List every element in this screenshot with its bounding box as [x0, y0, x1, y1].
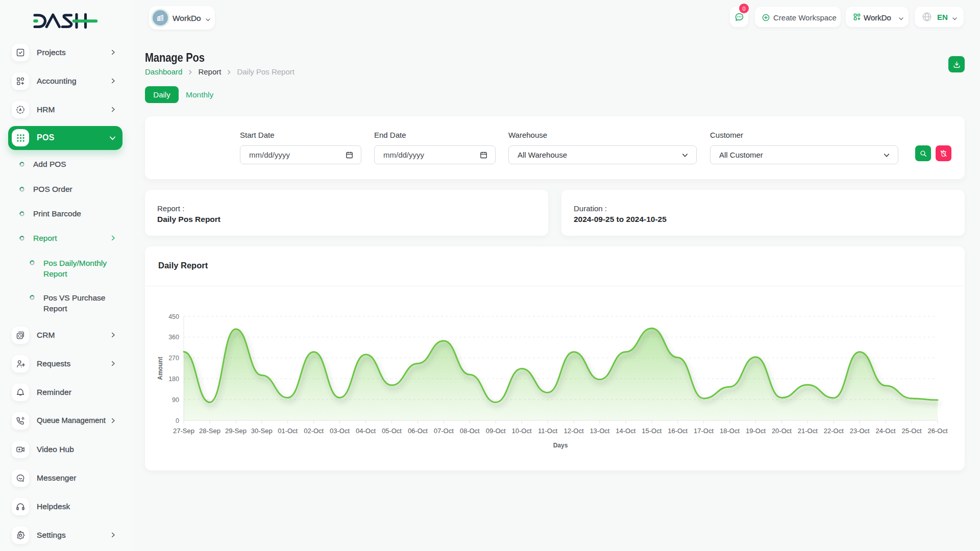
svg-text:03-Oct: 03-Oct [330, 427, 350, 435]
svg-text:01-Oct: 01-Oct [278, 427, 298, 435]
svg-text:20-Oct: 20-Oct [772, 427, 792, 435]
svg-text:22-Oct: 22-Oct [824, 427, 844, 435]
svg-text:06-Oct: 06-Oct [408, 427, 428, 435]
svg-text:180: 180 [168, 375, 179, 383]
svg-text:14-Oct: 14-Oct [616, 427, 635, 435]
svg-text:18-Oct: 18-Oct [720, 427, 740, 435]
svg-text:17-Oct: 17-Oct [694, 427, 714, 435]
svg-text:270: 270 [168, 355, 179, 362]
svg-text:28-Sep: 28-Sep [199, 427, 220, 435]
svg-text:29-Sep: 29-Sep [225, 427, 247, 435]
svg-text:25-Oct: 25-Oct [902, 427, 922, 435]
svg-text:Amount: Amount [157, 357, 164, 380]
svg-text:23-Oct: 23-Oct [850, 427, 870, 435]
svg-text:07-Oct: 07-Oct [434, 427, 454, 435]
svg-text:11-Oct: 11-Oct [538, 427, 557, 435]
svg-text:30-Sep: 30-Sep [251, 427, 273, 435]
svg-text:09-Oct: 09-Oct [486, 427, 506, 435]
svg-text:24-Oct: 24-Oct [876, 427, 896, 435]
svg-text:13-Oct: 13-Oct [590, 427, 609, 435]
svg-text:19-Oct: 19-Oct [746, 427, 766, 435]
svg-text:08-Oct: 08-Oct [460, 427, 480, 435]
svg-text:27-Sep: 27-Sep [173, 427, 194, 435]
svg-text:0: 0 [176, 417, 179, 424]
svg-text:12-Oct: 12-Oct [564, 427, 583, 435]
svg-text:15-Oct: 15-Oct [642, 427, 662, 435]
svg-text:360: 360 [168, 334, 179, 341]
svg-text:26-Oct: 26-Oct [927, 427, 947, 435]
svg-text:450: 450 [168, 313, 179, 320]
svg-text:21-Oct: 21-Oct [798, 427, 818, 435]
svg-text:90: 90 [172, 396, 179, 404]
svg-text:02-Oct: 02-Oct [304, 427, 324, 435]
svg-text:Days: Days [553, 442, 568, 449]
svg-text:04-Oct: 04-Oct [356, 427, 376, 435]
svg-text:16-Oct: 16-Oct [668, 427, 688, 435]
svg-text:05-Oct: 05-Oct [382, 427, 402, 435]
svg-text:10-Oct: 10-Oct [512, 427, 532, 435]
